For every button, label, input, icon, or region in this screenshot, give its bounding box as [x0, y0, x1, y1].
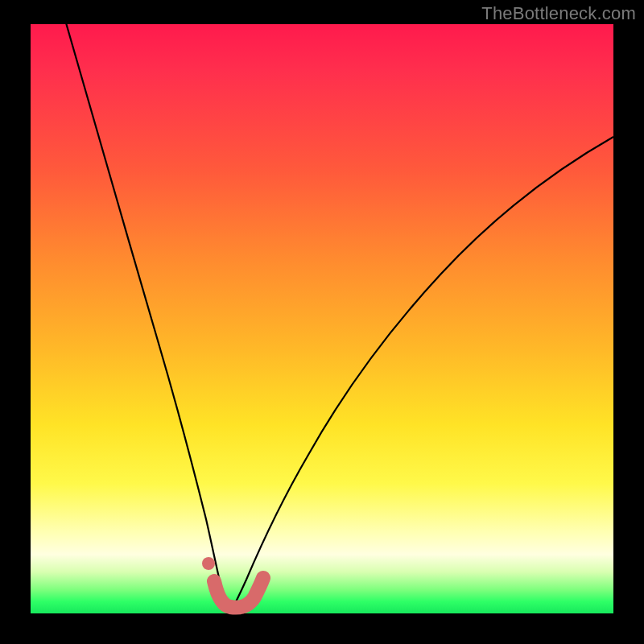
- curve-layer: [31, 24, 613, 613]
- chart-frame: TheBottleneck.com: [0, 0, 644, 644]
- marker-dot: [202, 557, 215, 570]
- bottleneck-marker: [214, 578, 263, 608]
- watermark-text: TheBottleneck.com: [481, 3, 636, 24]
- right-curve: [229, 137, 613, 613]
- left-curve: [65, 20, 229, 613]
- plot-area: [31, 24, 613, 613]
